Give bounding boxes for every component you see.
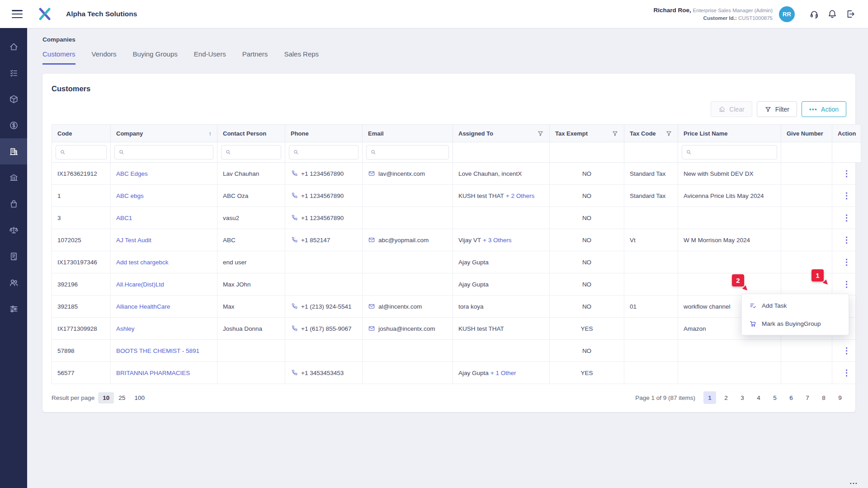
cell-code: 392185 <box>52 296 111 318</box>
cell-company: Alliance HealthCare <box>111 296 217 318</box>
page-size-10[interactable]: 10 <box>98 392 114 404</box>
tab-partners[interactable]: Partners <box>242 50 268 65</box>
page-button-3[interactable]: 3 <box>736 391 749 404</box>
row-action-menu-button[interactable]: ⋮ <box>838 191 855 201</box>
page-button-2[interactable]: 2 <box>720 391 732 404</box>
page-button-6[interactable]: 6 <box>785 391 797 404</box>
column-filter-icon[interactable] <box>612 130 618 137</box>
search-input-price-list-name[interactable] <box>695 149 773 156</box>
menu-item-add-task[interactable]: Add Task <box>742 296 849 314</box>
row-action-menu-button[interactable]: ⋮ <box>838 213 855 223</box>
menu-toggle-button[interactable] <box>12 10 23 18</box>
row-action-menu-button[interactable]: ⋮ <box>838 235 855 245</box>
cell-assigned-to <box>453 207 550 229</box>
logout-icon[interactable] <box>845 9 856 19</box>
company-link[interactable]: Ashley <box>116 325 135 332</box>
cell-action: ⋮ <box>832 251 861 273</box>
page-button-9[interactable]: 9 <box>834 391 846 404</box>
search-input-phone[interactable] <box>302 149 354 156</box>
sidebar-item-procurement[interactable] <box>0 191 27 217</box>
cell-email: lav@incentx.com <box>363 163 453 185</box>
home-icon <box>9 42 19 52</box>
page-button-5[interactable]: 5 <box>769 391 781 404</box>
page-size-100[interactable]: 100 <box>130 392 149 404</box>
cell-contact-person <box>217 362 285 384</box>
row-action-menu-button[interactable]: ⋮ <box>838 257 855 267</box>
tab-vendors[interactable]: Vendors <box>92 50 117 65</box>
sidebar-item-tasks[interactable] <box>0 60 27 86</box>
company-link[interactable]: BOOTS THE CHEMIST - 5891 <box>116 347 199 354</box>
cell-tax-code: Vt <box>624 229 678 251</box>
page-title: Customers <box>52 84 846 93</box>
assigned-more-link[interactable]: + 3 Others <box>483 237 511 244</box>
cell-tax-exempt: NO <box>550 229 624 251</box>
cell-tax-code <box>624 207 678 229</box>
page-button-4[interactable]: 4 <box>752 391 765 404</box>
search-input-company[interactable] <box>127 149 209 156</box>
assigned-more-link[interactable]: + 1 Other <box>491 370 516 376</box>
company-link[interactable]: ABC1 <box>116 215 132 221</box>
cell-contact-person: Joshua Donna <box>217 318 285 340</box>
sidebar-item-home[interactable] <box>0 33 27 60</box>
filter-button[interactable]: Filter <box>757 101 797 117</box>
column-search-box <box>56 145 107 160</box>
table-row: IX1771309928AshleyJoshua Donna+1 (617) 8… <box>52 318 861 340</box>
page-size-25[interactable]: 25 <box>114 392 130 404</box>
support-headset-icon[interactable] <box>809 9 820 19</box>
search-cell-company <box>111 142 217 163</box>
company-link[interactable]: Alliance HealthCare <box>116 303 170 310</box>
page-button-1[interactable]: 1 <box>703 391 716 404</box>
company-link[interactable]: BRITANNIA PHARMACIES <box>116 370 190 376</box>
company-link[interactable]: All.Hcare(Dist)Ltd <box>116 281 164 288</box>
sidebar-item-billing[interactable] <box>0 243 27 269</box>
sidebar-item-contacts[interactable] <box>0 269 27 296</box>
sort-asc-icon[interactable]: ↑ <box>209 130 212 137</box>
cell-action: ⋮ <box>832 163 861 185</box>
action-button[interactable]: ••• Action <box>802 101 846 117</box>
sidebar-item-products[interactable] <box>0 86 27 112</box>
tab-sales-reps[interactable]: Sales Reps <box>284 50 319 65</box>
column-filter-icon[interactable] <box>665 130 672 137</box>
row-action-menu-button[interactable]: ⋮ <box>838 346 855 356</box>
column-search-box <box>366 145 449 160</box>
page-button-7[interactable]: 7 <box>801 391 814 404</box>
table-row: 57898BOOTS THE CHEMIST - 5891NO⋮ <box>52 340 861 362</box>
cell-assigned-to: Vijay VT+ 3 Others <box>453 229 550 251</box>
cell-give-number <box>781 229 832 251</box>
notifications-bell-icon[interactable] <box>827 9 838 19</box>
sidebar-item-disputes[interactable] <box>0 217 27 243</box>
page-button-8[interactable]: 8 <box>817 391 830 404</box>
row-action-menu-button[interactable]: ⋮ <box>838 279 855 289</box>
cell-tax-code <box>624 340 678 362</box>
search-input-code[interactable] <box>69 149 103 156</box>
avatar[interactable]: RR <box>779 6 795 22</box>
tab-end-users[interactable]: End-Users <box>194 50 226 65</box>
contacts-icon <box>9 278 19 287</box>
search-input-contact-person[interactable] <box>234 149 277 156</box>
clear-button[interactable]: Clear <box>711 101 752 117</box>
assigned-names: Love Chauhan, incentX <box>458 170 522 177</box>
sidebar-item-organizations[interactable] <box>0 164 27 191</box>
sidebar-item-companies[interactable] <box>0 138 27 164</box>
menu-item-mark-as-buyinggroup[interactable]: Mark as BuyingGroup <box>742 314 849 333</box>
company-link[interactable]: AJ Test Audit <box>116 237 151 244</box>
assigned-more-link[interactable]: + 2 Others <box>506 192 534 199</box>
cell-email <box>363 185 453 207</box>
tab-customers[interactable]: Customers <box>42 50 75 65</box>
column-header-action: Action <box>832 125 861 142</box>
search-icon <box>225 149 231 155</box>
company-link[interactable]: ABC Edges <box>116 170 148 177</box>
company-link[interactable]: ABC ebgs <box>116 192 144 199</box>
search-input-email[interactable] <box>379 149 445 156</box>
row-action-menu-button[interactable]: ⋮ <box>838 368 855 378</box>
result-per-page-label: Result per page <box>52 394 94 401</box>
sidebar-item-payments[interactable] <box>0 112 27 138</box>
cell-price-list-name <box>678 362 781 384</box>
column-filter-icon[interactable] <box>537 130 544 137</box>
company-link[interactable]: Add test chargebck <box>116 259 169 266</box>
tab-buying-groups[interactable]: Buying Groups <box>133 50 178 65</box>
cell-tax-code <box>624 273 678 296</box>
row-action-menu-button[interactable]: ⋮ <box>838 169 855 178</box>
search-cell-email <box>363 142 453 163</box>
sidebar-item-preferences[interactable] <box>0 296 27 322</box>
